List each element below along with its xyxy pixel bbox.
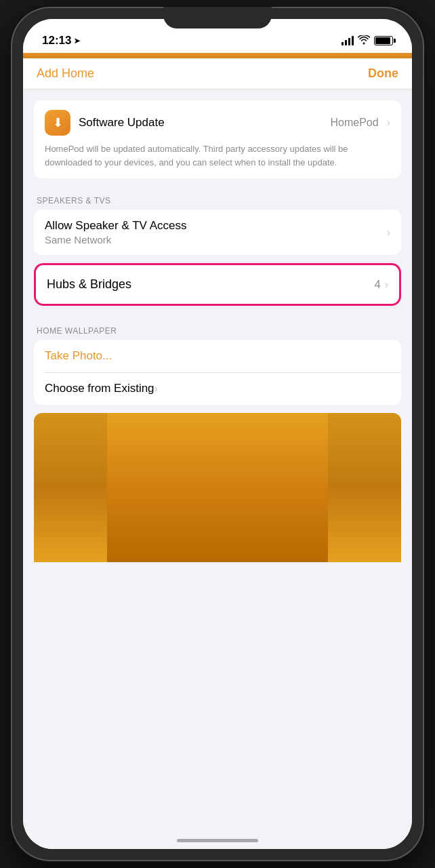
battery-fill (375, 37, 390, 44)
signal-bar-4 (352, 36, 354, 45)
update-badge: HomePod (331, 117, 379, 129)
wifi-icon (358, 35, 370, 47)
scroll-area: ⬇ Software Update HomePod › HomePod will… (23, 90, 412, 849)
allow-access-chevron-icon: › (387, 226, 390, 239)
hubs-bridges-item: Hubs & Bridges 4 › (36, 265, 399, 304)
hubs-bridges-chevron-icon: › (385, 279, 388, 291)
speakers-list-card: Allow Speaker & TV Access Same Network › (34, 210, 401, 255)
take-photo-button[interactable]: Take Photo... (45, 349, 112, 363)
allow-access-item[interactable]: Allow Speaker & TV Access Same Network › (34, 210, 401, 255)
add-home-button[interactable]: Add Home (37, 66, 94, 81)
wallpaper-preview (34, 413, 401, 562)
phone-screen: 12:13 ➤ (23, 19, 412, 849)
choose-existing-title: Choose from Existing (45, 382, 154, 395)
signal-bar-3 (348, 38, 350, 45)
take-photo-item[interactable]: Take Photo... (34, 340, 401, 372)
hubs-bridges-title: Hubs & Bridges (47, 277, 375, 292)
battery-icon (374, 36, 393, 45)
update-description: HomePod will be updated automatically. T… (45, 142, 390, 169)
orange-strip (23, 53, 412, 58)
status-time: 12:13 ➤ (42, 34, 80, 47)
allow-access-text: Allow Speaker & TV Access Same Network (45, 219, 387, 245)
choose-existing-item[interactable]: Choose from Existing › (34, 372, 401, 405)
status-icons (341, 35, 393, 47)
hubs-bridges-count: 4 (375, 279, 381, 291)
same-network-subtitle: Same Network (45, 234, 387, 245)
done-button[interactable]: Done (368, 66, 398, 81)
hubs-bridges-card[interactable]: Hubs & Bridges 4 › (34, 263, 401, 306)
software-update-title: Software Update (79, 116, 323, 130)
signal-bars-icon (341, 36, 354, 45)
wallpaper-preview-inner (107, 413, 327, 562)
nav-bar: Add Home Done (23, 58, 412, 90)
content-area: Add Home Done ⬇ Software Update HomePod … (23, 53, 412, 849)
notch (163, 7, 272, 28)
time-label: 12:13 (42, 34, 71, 47)
update-chevron-icon: › (387, 117, 390, 129)
wallpaper-section-header: HOME WALLPAPER (23, 314, 412, 340)
signal-bar-1 (341, 42, 344, 45)
wallpaper-card: Take Photo... Choose from Existing › (34, 340, 401, 405)
signal-bar-2 (345, 40, 347, 45)
speakers-section-header: SPEAKERS & TVS (23, 184, 412, 210)
update-icon: ⬇ (45, 110, 70, 136)
software-update-card[interactable]: ⬇ Software Update HomePod › HomePod will… (34, 100, 401, 178)
home-indicator (177, 839, 258, 842)
location-arrow-icon: ➤ (74, 37, 80, 45)
choose-existing-chevron-icon: › (154, 382, 158, 395)
phone-frame: 12:13 ➤ (11, 7, 424, 861)
update-row: ⬇ Software Update HomePod › (45, 110, 390, 136)
download-icon: ⬇ (53, 115, 63, 130)
allow-access-title: Allow Speaker & TV Access (45, 219, 387, 233)
